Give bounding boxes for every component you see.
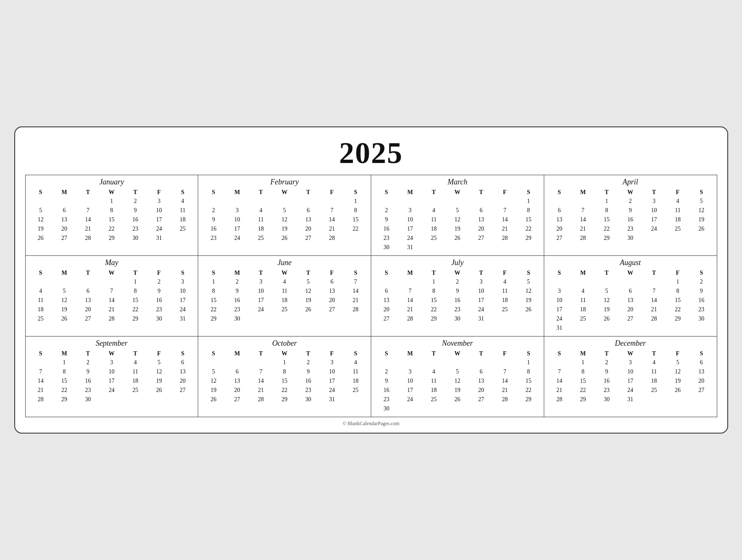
calendar-day: 13 <box>171 367 194 376</box>
calendar-day: 22 <box>517 386 540 395</box>
calendar-day: 18 <box>642 376 666 386</box>
calendar-day <box>517 314 540 323</box>
calendar-day: 23 <box>147 305 170 314</box>
calendar-day: 9 <box>595 367 619 376</box>
calendar-day: 17 <box>225 224 249 234</box>
calendar-day: 8 <box>517 367 540 376</box>
calendar-day: 15 <box>273 376 296 386</box>
calendar-day: 27 <box>320 305 343 314</box>
calendar-day: 13 <box>225 376 249 386</box>
calendar-day: 22 <box>273 386 296 395</box>
calendar-day: 28 <box>29 395 52 404</box>
calendar-day: 5 <box>446 206 469 215</box>
calendar-day: 26 <box>273 234 296 243</box>
month-name: June <box>202 258 367 267</box>
calendar-day: 4 <box>666 197 690 206</box>
day-header: M <box>398 269 422 277</box>
calendar-day: 18 <box>571 305 595 314</box>
month-table: SMTWTFS123456789101112131415161718192021… <box>29 188 195 243</box>
calendar-day: 14 <box>344 287 367 296</box>
calendar-day: 10 <box>398 215 422 224</box>
calendar-day: 27 <box>296 234 320 243</box>
calendar-day: 4 <box>171 197 194 206</box>
calendar-day: 7 <box>493 367 517 376</box>
day-header: S <box>202 350 225 358</box>
calendar-day: 7 <box>344 277 367 287</box>
day-header: S <box>171 188 194 197</box>
calendar-day: 10 <box>147 206 170 215</box>
calendar-day: 16 <box>375 224 398 234</box>
calendar-day <box>76 197 100 206</box>
calendar-day <box>225 358 249 367</box>
day-header: F <box>147 350 170 358</box>
calendar-day <box>642 277 666 287</box>
day-header: F <box>666 350 690 358</box>
day-header: M <box>225 188 249 197</box>
calendar-day <box>571 197 595 206</box>
day-header: T <box>469 269 493 277</box>
calendar-day: 3 <box>171 277 194 287</box>
day-header: S <box>690 269 713 277</box>
calendar-day: 3 <box>469 277 493 287</box>
calendar-day: 21 <box>344 296 367 305</box>
calendar-day: 30 <box>446 314 469 323</box>
calendar-day: 3 <box>320 358 343 367</box>
calendar-day: 22 <box>344 224 367 234</box>
month-cell-april: AprilSMTWTFS1234567891011121314151617181… <box>544 175 717 256</box>
calendar-day <box>398 404 422 413</box>
day-header: W <box>446 188 469 197</box>
day-header: S <box>344 269 367 277</box>
calendar-day <box>548 197 571 206</box>
calendar-day <box>642 234 666 243</box>
calendar-day <box>344 234 367 243</box>
calendar-day: 30 <box>147 314 170 323</box>
calendar-day: 22 <box>123 305 147 314</box>
calendar-day: 30 <box>296 395 320 404</box>
month-name: October <box>202 339 367 348</box>
calendar-day <box>52 277 76 287</box>
calendar-day: 25 <box>273 305 296 314</box>
calendar-day: 25 <box>249 234 273 243</box>
calendar-day: 1 <box>571 358 595 367</box>
month-name: September <box>29 339 195 348</box>
calendar-day <box>619 277 642 287</box>
calendar-day: 11 <box>422 215 446 224</box>
calendar-day: 28 <box>571 234 595 243</box>
calendar-day <box>296 197 320 206</box>
calendar-day: 15 <box>344 215 367 224</box>
calendar-day: 29 <box>202 314 225 323</box>
calendar-day: 12 <box>690 206 713 215</box>
months-grid: JanuarySMTWTFS12345678910111213141516171… <box>25 175 717 417</box>
calendar-day: 22 <box>422 305 446 314</box>
calendar-day: 23 <box>296 386 320 395</box>
calendar-day: 11 <box>273 287 296 296</box>
calendar-day <box>249 314 273 323</box>
calendar-day: 23 <box>619 224 642 234</box>
calendar-day: 23 <box>225 305 249 314</box>
month-name: July <box>375 258 540 267</box>
calendar-day: 28 <box>249 395 273 404</box>
month-cell-march: MarchSMTWTFS1234567891011121314151617181… <box>371 175 544 256</box>
calendar-day: 12 <box>202 376 225 386</box>
calendar-day: 24 <box>548 314 571 323</box>
calendar-day: 16 <box>76 376 100 386</box>
day-header: S <box>171 269 194 277</box>
calendar-day: 18 <box>273 296 296 305</box>
day-header: T <box>123 269 147 277</box>
calendar-day <box>398 197 422 206</box>
calendar-day <box>571 323 595 333</box>
calendar-day: 30 <box>123 234 147 243</box>
calendar-day: 5 <box>273 206 296 215</box>
calendar-day: 29 <box>123 314 147 323</box>
day-header: S <box>548 350 571 358</box>
calendar-day: 27 <box>690 386 713 395</box>
calendar-day: 6 <box>76 287 100 296</box>
calendar-day: 7 <box>29 367 52 376</box>
day-header: F <box>666 188 690 197</box>
calendar-day: 5 <box>202 367 225 376</box>
calendar-day: 16 <box>619 215 642 224</box>
calendar-day: 4 <box>493 277 517 287</box>
calendar-day <box>493 243 517 252</box>
month-name: January <box>29 178 195 187</box>
calendar-day <box>493 197 517 206</box>
